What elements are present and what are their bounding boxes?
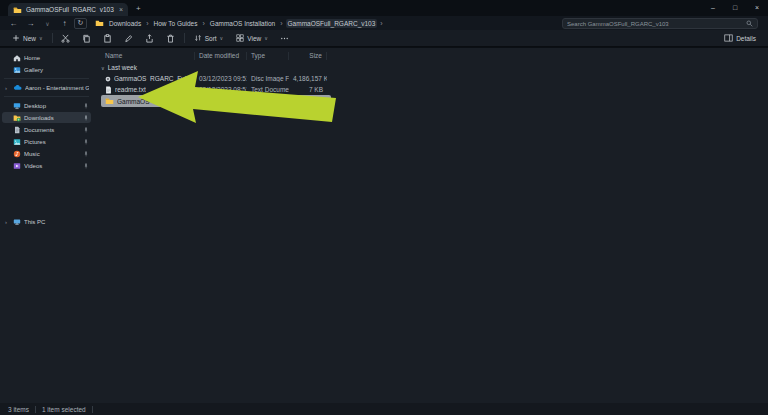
recent-locations-icon[interactable]: ∨ — [40, 17, 55, 29]
forward-icon[interactable]: → — [23, 17, 38, 29]
plus-icon — [12, 34, 20, 42]
file-row-disc-image[interactable]: GammaOS_RGARC_Full_v103.img 03/12/2023 0… — [101, 73, 331, 84]
search-box — [562, 18, 758, 29]
sidebar-item-documents[interactable]: Documents — [2, 124, 91, 135]
sidebar-spacer — [0, 172, 93, 216]
sidebar-divider — [4, 96, 89, 97]
minimize-button[interactable]: – — [702, 0, 724, 15]
sidebar-item-pictures[interactable]: Pictures — [2, 136, 91, 147]
copy-button[interactable] — [79, 32, 95, 45]
group-header-last-week[interactable]: ∨ Last week — [101, 62, 768, 73]
folder-icon — [105, 97, 114, 105]
breadcrumb-item-downloads[interactable]: Downloads — [107, 19, 143, 28]
home-icon — [13, 54, 21, 62]
close-button[interactable]: × — [746, 0, 768, 15]
delete-button[interactable] — [163, 32, 179, 45]
sidebar-item-videos[interactable]: Videos — [2, 160, 91, 171]
file-type: Text Document — [247, 86, 289, 93]
status-divider — [92, 406, 93, 413]
sidebar-item-downloads[interactable]: Downloads — [2, 112, 91, 123]
group-label: Last week — [108, 64, 137, 71]
this-pc-icon — [13, 218, 21, 226]
expand-chevron-icon[interactable]: › — [5, 85, 10, 91]
file-type: Disc Image File — [247, 75, 289, 82]
back-icon[interactable]: ← — [6, 17, 21, 29]
videos-icon — [13, 162, 21, 170]
file-row-gammaos-folder-selected[interactable]: GammaOS_v103 — [101, 95, 331, 107]
paste-button[interactable] — [100, 32, 116, 45]
pin-icon — [83, 103, 89, 109]
more-options-button[interactable] — [277, 32, 293, 45]
ellipsis-icon — [280, 34, 289, 43]
sidebar-item-gallery[interactable]: Gallery — [2, 64, 91, 75]
explorer-tab[interactable]: GammaOSFull_RGARC_v103 × — [8, 3, 128, 16]
trash-icon — [166, 34, 175, 43]
breadcrumb-item-gammaos-installation[interactable]: GammaOS Installation — [208, 19, 277, 28]
tab-close-icon[interactable]: × — [119, 6, 123, 13]
column-header-size[interactable]: Size — [289, 52, 327, 60]
details-button[interactable]: Details — [720, 32, 760, 45]
command-toolbar: New ∨ — [0, 30, 768, 47]
column-header-type[interactable]: Type — [247, 52, 289, 60]
sidebar-item-label: Gallery — [24, 67, 89, 73]
navigation-bar: ← → ∨ ↑ ↻ Downloads › How To Guides › Ga… — [0, 16, 768, 30]
refresh-icon[interactable]: ↻ — [74, 18, 87, 29]
details-button-label: Details — [736, 35, 756, 42]
scissors-icon — [61, 34, 70, 43]
rename-button[interactable] — [121, 32, 137, 45]
breadcrumb-item-current-folder[interactable]: GammaOSFull_RGARC_v103 — [286, 19, 378, 28]
column-header-name[interactable]: Name — [101, 52, 195, 60]
up-icon[interactable]: ↑ — [57, 17, 72, 29]
file-explorer-window: GammaOSFull_RGARC_v103 × + – □ × ← → ∨ ↑… — [0, 0, 768, 415]
chevron-right-icon: › — [202, 20, 204, 27]
breadcrumb-item-how-to-guides[interactable]: How To Guides — [152, 19, 200, 28]
file-date: 03/12/2023 09:51 — [195, 75, 247, 82]
maximize-button[interactable]: □ — [724, 0, 746, 15]
breadcrumb: Downloads › How To Guides › GammaOS Inst… — [95, 19, 383, 28]
clipboard-icon — [103, 34, 112, 43]
sidebar-item-label: Home — [24, 55, 89, 61]
sidebar-item-label: Downloads — [24, 115, 80, 121]
view-button[interactable]: View ∨ — [232, 32, 272, 45]
chevron-down-icon: ∨ — [220, 35, 224, 41]
sort-button[interactable]: Sort ∨ — [190, 32, 228, 45]
sidebar-item-onedrive[interactable]: › Aaron - Entertainment Gadgets LTD — [2, 82, 91, 93]
expand-chevron-icon[interactable]: › — [5, 219, 10, 225]
items-count: 3 items — [8, 406, 29, 413]
file-size: 4,186,157 KB — [289, 75, 327, 82]
sidebar-item-music[interactable]: Music — [2, 148, 91, 159]
sort-icon — [194, 34, 202, 42]
details-pane-icon — [724, 34, 733, 42]
new-button[interactable]: New ∨ — [8, 32, 47, 45]
new-tab-button[interactable]: + — [136, 4, 141, 13]
window-controls: – □ × — [702, 0, 768, 15]
share-button[interactable] — [142, 32, 158, 45]
column-headers: Name Date modified Type Size — [93, 50, 768, 62]
view-button-label: View — [247, 35, 261, 42]
sidebar-item-home[interactable]: Home — [2, 52, 91, 63]
file-row-readme[interactable]: readme.txt 03/12/2023 08:51 Text Documen… — [101, 84, 331, 95]
pin-icon — [83, 163, 89, 169]
pin-icon — [83, 151, 89, 157]
view-grid-icon — [236, 34, 244, 42]
onedrive-cloud-icon — [13, 84, 22, 91]
file-name: readme.txt — [115, 86, 146, 93]
tab-title: GammaOSFull_RGARC_v103 — [26, 6, 115, 13]
desktop-icon — [13, 102, 21, 110]
chevron-right-icon: › — [280, 20, 282, 27]
search-icon — [746, 20, 753, 27]
pin-icon — [83, 139, 89, 145]
sidebar: Home Gallery › Aaron - Entertainment Gad… — [0, 48, 93, 403]
search-input[interactable] — [567, 21, 746, 27]
sidebar-item-label: Desktop — [24, 103, 80, 109]
sidebar-item-desktop[interactable]: Desktop — [2, 100, 91, 111]
chevron-right-icon: › — [146, 20, 148, 27]
pin-icon — [83, 127, 89, 133]
sort-button-label: Sort — [205, 35, 217, 42]
location-folder-icon — [95, 19, 104, 27]
column-header-date-modified[interactable]: Date modified — [195, 52, 247, 60]
cut-button[interactable] — [58, 32, 74, 45]
sidebar-item-this-pc[interactable]: › This PC — [2, 216, 91, 227]
rename-icon — [124, 34, 133, 43]
toolbar-divider — [52, 33, 53, 43]
